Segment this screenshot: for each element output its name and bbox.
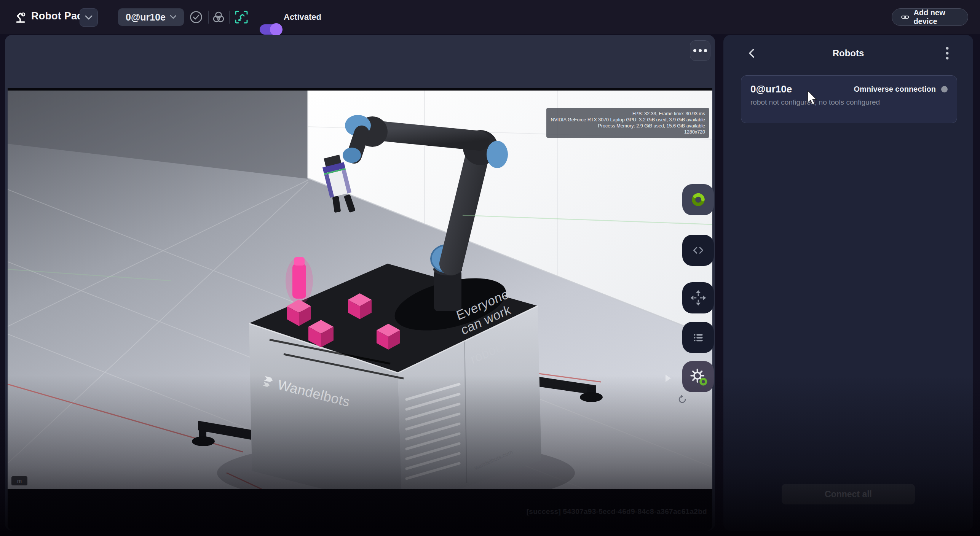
unit-badge: m <box>11 476 27 485</box>
scene-render <box>8 91 712 489</box>
refresh-icon[interactable] <box>677 394 688 405</box>
render-stage: Wandelbots Everyone can work with robots… <box>8 88 712 531</box>
viewport-more-button[interactable] <box>690 40 710 61</box>
omniverse-icon <box>688 189 709 210</box>
connection-status-dot <box>941 86 948 92</box>
code-icon <box>688 240 709 261</box>
link-icon <box>901 14 909 21</box>
robot-card[interactable]: 0@ur10e Omniverse connection robot not c… <box>741 75 957 123</box>
connect-all-button[interactable]: Connect all <box>782 484 915 504</box>
dot <box>704 49 707 52</box>
panel-header: Robots <box>723 35 973 72</box>
list-icon <box>688 327 709 348</box>
activated-toggle[interactable] <box>260 24 282 35</box>
robot-selector-dropdown[interactable]: 0@ur10e <box>118 8 184 26</box>
mouse-cursor <box>807 91 817 105</box>
wandelbots-logo-mark <box>261 374 275 390</box>
robot-pad-app: Robot Pad 0@ur10e <box>0 0 980 536</box>
expand-toolbar-arrow[interactable] <box>666 375 671 382</box>
app-title: Robot Pad <box>31 10 83 22</box>
viewport-panel: Wandelbots Everyone can work with robots… <box>5 35 715 531</box>
divider <box>229 11 230 24</box>
stats-resolution: 1280x720 <box>551 129 705 135</box>
stats-fps: FPS: 32.33, Frame time: 30.93 ms <box>551 111 705 117</box>
robot-status-text: robot not configured, no tools configure… <box>750 98 948 107</box>
robot-card-header: 0@ur10e Omniverse connection <box>750 83 948 95</box>
list-view-button[interactable] <box>682 322 714 353</box>
chevron-down-icon <box>85 15 93 20</box>
move-icon <box>688 287 709 309</box>
panel-menu-button[interactable] <box>939 45 956 62</box>
add-new-device-label: Add new device <box>913 8 959 26</box>
robots-panel: Robots 0@ur10e Omniverse connection <box>723 35 973 531</box>
gear-check-icon <box>686 364 710 389</box>
dot <box>699 49 702 52</box>
connection-type-label: Omniverse connection <box>854 85 936 94</box>
code-view-button[interactable] <box>682 235 714 266</box>
robot-selector-value: 0@ur10e <box>126 12 166 23</box>
robot-connection: Omniverse connection <box>854 85 948 94</box>
stats-gpu: NVIDIA GeForce RTX 3070 Laptop GPU: 3.2 … <box>551 117 705 123</box>
panel-title: Robots <box>723 48 973 59</box>
robot-name: 0@ur10e <box>750 83 792 95</box>
omniverse-button[interactable] <box>682 184 714 215</box>
activated-label: Activated <box>284 12 321 22</box>
knot-connection-icon[interactable] <box>212 10 225 24</box>
robot-scan-icon[interactable] <box>234 10 249 24</box>
dot <box>693 49 696 52</box>
render-stats-overlay: FPS: 32.33, Frame time: 30.93 ms NVIDIA … <box>546 108 709 138</box>
stats-memory: Process Memory: 2.9 GiB used, 15.6 GiB a… <box>551 123 705 129</box>
kebab-menu-icon <box>946 47 949 60</box>
check-circle-icon[interactable] <box>189 10 203 24</box>
app-menu-dropdown-button[interactable] <box>80 8 98 27</box>
toggle-knob <box>270 23 283 36</box>
back-button[interactable] <box>743 45 760 62</box>
divider <box>208 11 209 24</box>
robot-settings-button[interactable] <box>682 361 714 392</box>
chevron-down-icon <box>170 15 176 19</box>
add-new-device-button[interactable]: Add new device <box>892 8 968 26</box>
robot-arm-logo-icon <box>14 10 28 24</box>
simulation-3d-view[interactable]: Wandelbots Everyone can work with robots… <box>8 91 712 489</box>
move-tool-button[interactable] <box>682 282 714 313</box>
chevron-left-icon <box>747 48 755 59</box>
status-log-text: [success] 54307a93-5ecd-46d9-84c8-a367ac… <box>527 507 707 516</box>
top-bar: Robot Pad 0@ur10e <box>0 0 980 34</box>
